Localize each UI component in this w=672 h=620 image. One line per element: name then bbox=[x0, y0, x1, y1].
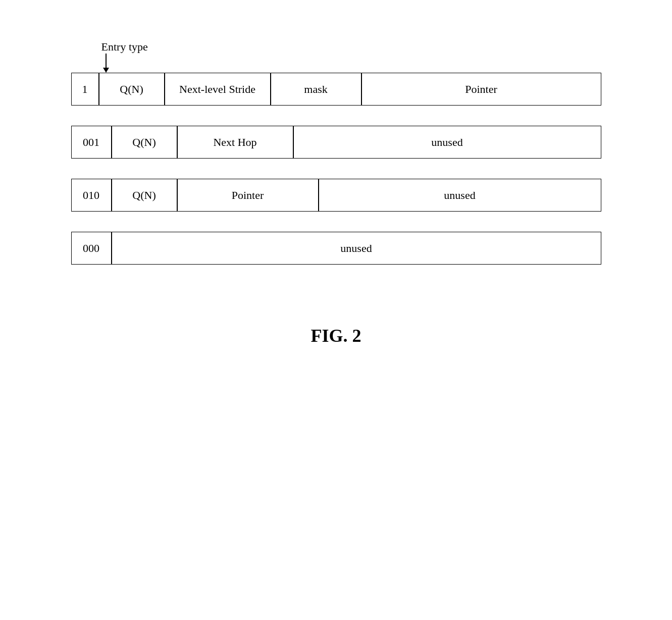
row1-cell-qn: Q(N) bbox=[99, 73, 165, 106]
row3-cell-qn: Q(N) bbox=[112, 179, 177, 212]
row2-cell-type: 001 bbox=[71, 126, 112, 159]
row2-cell-unused: unused bbox=[293, 126, 601, 159]
row2-cell-nexthop: Next Hop bbox=[177, 126, 293, 159]
rows-wrapper: 1 Q(N) Next-level Stride mask Pointer 00… bbox=[71, 73, 601, 285]
row2: 001 Q(N) Next Hop unused bbox=[71, 126, 601, 159]
row3: 010 Q(N) Pointer unused bbox=[71, 179, 601, 212]
diagram-container: Entry type 1 Q(N) Next-level Stride mask… bbox=[71, 40, 601, 346]
row1: 1 Q(N) Next-level Stride mask Pointer bbox=[71, 73, 601, 106]
row1-cell-pointer: Pointer bbox=[361, 73, 601, 106]
row3-cell-unused: unused bbox=[319, 179, 601, 212]
row3-cell-pointer: Pointer bbox=[177, 179, 319, 212]
row1-cell-type: 1 bbox=[71, 73, 99, 106]
row1-cell-mask: mask bbox=[271, 73, 361, 106]
arrow-head bbox=[103, 68, 109, 73]
entry-type-label-container: Entry type bbox=[101, 40, 148, 73]
arrow-line bbox=[106, 54, 107, 68]
page: Entry type 1 Q(N) Next-level Stride mask… bbox=[0, 0, 672, 620]
entry-type-text: Entry type bbox=[101, 40, 148, 53]
row3-cell-type: 010 bbox=[71, 179, 112, 212]
figure-caption: FIG. 2 bbox=[71, 325, 601, 346]
row4: 000 unused bbox=[71, 232, 601, 265]
entry-type-arrow bbox=[101, 54, 148, 73]
row4-cell-unused: unused bbox=[112, 232, 601, 265]
row1-cell-stride: Next-level Stride bbox=[165, 73, 271, 106]
row4-cell-type: 000 bbox=[71, 232, 112, 265]
row2-cell-qn: Q(N) bbox=[112, 126, 177, 159]
